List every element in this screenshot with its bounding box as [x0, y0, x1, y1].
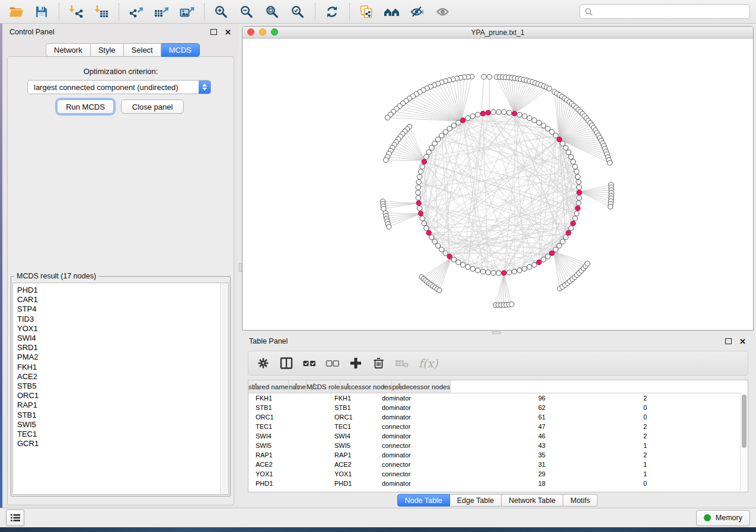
cell-mcds-role[interactable]: connector: [377, 423, 468, 430]
cell-successor-nodes[interactable]: 18: [468, 480, 553, 487]
cell-name[interactable]: ACE2: [331, 461, 377, 468]
mcds-result-node[interactable]: GCR1: [13, 439, 228, 448]
table-row[interactable]: SWI5 SWI5 connector 43 1: [248, 441, 748, 450]
mcds-result-node[interactable]: STB1: [13, 411, 228, 420]
mcds-result-node[interactable]: SWI4: [13, 334, 228, 343]
table-settings-button[interactable]: [256, 355, 271, 371]
delete-table-button[interactable]: [394, 355, 410, 371]
cell-successor-nodes[interactable]: 43: [468, 442, 553, 449]
window-close-traffic-icon[interactable]: [247, 28, 254, 36]
cell-name[interactable]: RAP1: [331, 451, 377, 459]
zoom-in-button[interactable]: [211, 2, 231, 21]
mcds-result-node[interactable]: STB5: [13, 382, 228, 391]
select-all-button[interactable]: [302, 355, 317, 371]
memory-button[interactable]: Memory: [696, 510, 750, 526]
table-row[interactable]: SWI4 SWI4 dominator 46 2: [248, 431, 748, 441]
optimization-criterion-select[interactable]: largest connected component (undirected): [27, 80, 211, 94]
search-box[interactable]: [579, 4, 750, 19]
control-panel-tab[interactable]: MCDS: [161, 43, 200, 57]
column-header[interactable]: predecessor nodes ⌄: [392, 380, 451, 393]
mcds-result-node[interactable]: SRD1: [13, 343, 228, 352]
cell-shared-name[interactable]: FKH1: [248, 395, 331, 402]
cell-mcds-role[interactable]: connector: [377, 442, 468, 449]
function-builder-button[interactable]: f(x): [419, 357, 438, 370]
control-panel-tab[interactable]: Select: [124, 43, 161, 57]
window-maximize-traffic-icon[interactable]: [271, 28, 278, 36]
cell-name[interactable]: TEC1: [331, 423, 377, 430]
cell-successor-nodes[interactable]: 96: [468, 395, 553, 402]
table-scrollbar[interactable]: [740, 393, 748, 492]
import-table-button[interactable]: [91, 2, 111, 21]
network-canvas[interactable]: [243, 39, 753, 331]
network-window-titlebar[interactable]: YPA_prune.txt_1: [243, 27, 753, 39]
column-header[interactable]: name ⌄: [289, 380, 307, 393]
mcds-result-node[interactable]: TID3: [13, 315, 228, 324]
table-row[interactable]: TEC1 TEC1 connector 47 2: [248, 422, 748, 431]
show-column-button[interactable]: [279, 355, 294, 371]
cell-mcds-role[interactable]: dominator: [377, 432, 468, 440]
export-image-button[interactable]: [177, 2, 197, 21]
cell-name[interactable]: SWI5: [331, 442, 377, 449]
cell-shared-name[interactable]: SWI4: [248, 432, 331, 440]
column-header[interactable]: shared name ⌄: [248, 380, 289, 393]
cell-successor-nodes[interactable]: 62: [468, 404, 553, 411]
cell-predecessor-nodes[interactable]: 1: [553, 461, 656, 468]
cell-predecessor-nodes[interactable]: 2: [553, 423, 656, 430]
cell-mcds-role[interactable]: connector: [377, 470, 468, 477]
float-panel-icon[interactable]: [210, 29, 217, 35]
table-row[interactable]: ACE2 ACE2 connector 31 1: [248, 460, 748, 469]
window-minimize-traffic-icon[interactable]: [259, 28, 266, 36]
cell-mcds-role[interactable]: dominator: [377, 395, 468, 402]
import-network-button[interactable]: [66, 2, 86, 21]
close-panel-icon[interactable]: ✕: [225, 28, 231, 36]
cell-name[interactable]: PHD1: [331, 480, 377, 487]
cell-mcds-role[interactable]: connector: [377, 461, 468, 468]
table-scrollbar-thumb[interactable]: [742, 395, 747, 448]
cell-shared-name[interactable]: PHD1: [248, 480, 331, 487]
cell-predecessor-nodes[interactable]: 0: [553, 480, 656, 487]
mcds-result-node[interactable]: ACE2: [13, 372, 228, 382]
table-tab[interactable]: Node Table: [397, 494, 450, 507]
cell-name[interactable]: FKH1: [331, 395, 377, 402]
cell-predecessor-nodes[interactable]: 1: [553, 442, 656, 449]
column-header[interactable]: successor nodes ⌄: [340, 380, 392, 393]
table-row[interactable]: ORC1 ORC1 dominator 61 0: [248, 412, 748, 422]
zoom-out-button[interactable]: [237, 2, 257, 21]
task-history-button[interactable]: [6, 509, 24, 526]
cell-predecessor-nodes[interactable]: 1: [553, 470, 656, 477]
clone-network-button[interactable]: [356, 2, 377, 21]
cell-shared-name[interactable]: YOX1: [248, 470, 331, 477]
sort-descending-icon[interactable]: ⌄: [381, 382, 386, 389]
table-tab[interactable]: Motifs: [563, 494, 598, 507]
float-table-panel-icon[interactable]: [725, 338, 732, 344]
mcds-result-node[interactable]: TEC1: [13, 430, 228, 439]
cell-mcds-role[interactable]: dominator: [377, 480, 468, 487]
mcds-result-node[interactable]: CAR1: [13, 295, 228, 305]
close-panel-button[interactable]: Close panel: [121, 100, 184, 114]
mcds-result-node[interactable]: ORC1: [13, 391, 228, 400]
cell-name[interactable]: STB1: [331, 404, 377, 411]
cell-shared-name[interactable]: SWI5: [248, 442, 331, 449]
mcds-result-node[interactable]: YOX1: [13, 324, 228, 334]
save-session-button[interactable]: [31, 2, 52, 21]
table-tab[interactable]: Network Table: [502, 494, 563, 507]
mcds-list-scrollbar[interactable]: [220, 283, 228, 494]
cell-shared-name[interactable]: RAP1: [248, 451, 331, 459]
zoom-selected-button[interactable]: [288, 2, 308, 21]
column-header[interactable]: MCDS role ⌄: [307, 380, 340, 393]
hide-selected-button[interactable]: [407, 2, 428, 21]
cell-shared-name[interactable]: ORC1: [248, 414, 331, 421]
cell-successor-nodes[interactable]: 29: [468, 470, 553, 477]
cell-successor-nodes[interactable]: 35: [468, 451, 553, 459]
add-column-button[interactable]: [348, 355, 363, 371]
export-network-button[interactable]: [126, 2, 146, 21]
cell-shared-name[interactable]: ACE2: [248, 461, 331, 468]
deselect-all-button[interactable]: [325, 355, 340, 371]
table-tab[interactable]: Edge Table: [450, 494, 502, 507]
cell-successor-nodes[interactable]: 61: [468, 414, 553, 421]
cell-successor-nodes[interactable]: 47: [468, 423, 553, 430]
table-row[interactable]: STB1 STB1 dominator 62 0: [248, 403, 748, 412]
mcds-result-node[interactable]: PMA2: [13, 352, 228, 362]
run-mcds-button[interactable]: Run MCDS: [57, 100, 114, 114]
cell-mcds-role[interactable]: dominator: [377, 451, 468, 459]
